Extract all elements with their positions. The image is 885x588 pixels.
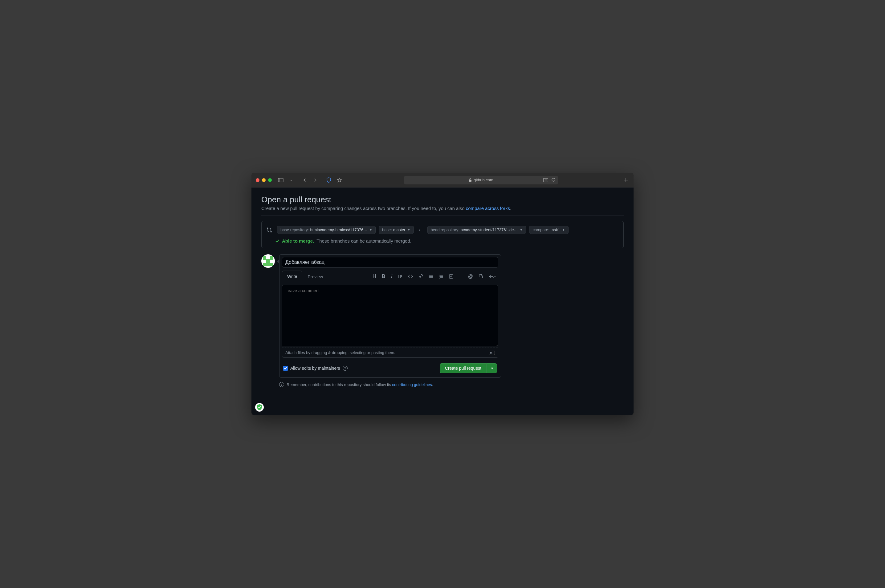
numbered-list-icon[interactable]: 123 — [439, 274, 443, 279]
selector-label: base: — [382, 228, 392, 232]
selector-label: compare: — [533, 228, 549, 232]
svg-rect-2 — [469, 180, 471, 182]
branch-selector-box: base repository: htmlacademy-htmlcss/117… — [261, 221, 624, 248]
toolbar-spacer — [459, 274, 462, 279]
selector-value: task1 — [551, 228, 560, 232]
caret-down-icon: ▼ — [520, 228, 523, 231]
lock-icon — [469, 178, 472, 182]
shield-check-icon — [257, 404, 262, 410]
page-subtitle: Create a new pull request by comparing c… — [261, 206, 624, 211]
selector-value: htmlacademy-htmlcss/117376… — [310, 228, 367, 232]
tasklist-icon[interactable] — [449, 274, 453, 279]
contributing-reminder: i Remember, contributions to this reposi… — [279, 382, 624, 387]
comment-textarea[interactable] — [282, 285, 498, 346]
cross-reference-icon[interactable] — [479, 274, 483, 279]
check-icon — [275, 239, 280, 243]
page-title: Open a pull request — [261, 195, 624, 204]
create-pr-button[interactable]: Create pull request — [440, 363, 486, 373]
head-repo-selector[interactable]: head repository: academy-student/1173761… — [427, 226, 526, 234]
svg-rect-0 — [278, 178, 283, 182]
italic-icon[interactable]: I — [391, 274, 392, 279]
selector-label: base repository: — [280, 228, 309, 232]
git-compare-icon — [266, 227, 272, 233]
merge-status-message: These branches can be automatically merg… — [316, 238, 411, 243]
titlebar: ⌄ github.com — [251, 173, 634, 188]
info-icon: i — [279, 382, 284, 387]
attach-hint: Attach files by dragging & dropping, sel… — [285, 350, 395, 355]
caret-down-icon: ▼ — [407, 228, 411, 231]
traffic-lights — [256, 178, 272, 182]
window-zoom-button[interactable] — [268, 178, 272, 182]
browser-window: ⌄ github.com — [251, 173, 634, 415]
new-tab-icon[interactable] — [622, 177, 629, 183]
link-icon[interactable] — [418, 274, 423, 279]
attach-bar[interactable]: Attach files by dragging & dropping, sel… — [282, 348, 498, 358]
tabbar: Write Preview H B I 123 @ — [280, 271, 501, 282]
base-branch-selector[interactable]: base: master ▼ — [379, 226, 414, 234]
svg-rect-15 — [430, 275, 433, 276]
code-icon[interactable] — [408, 274, 413, 279]
allow-edits-row[interactable]: Allow edits by maintainers ? — [283, 366, 348, 370]
svg-point-12 — [429, 274, 430, 276]
base-repo-selector[interactable]: base repository: htmlacademy-htmlcss/117… — [277, 226, 376, 234]
markdown-badge-icon[interactable]: M↓ — [489, 351, 495, 355]
security-badge[interactable] — [255, 403, 264, 412]
url-text: github.com — [474, 178, 493, 182]
tab-write[interactable]: Write — [282, 271, 302, 282]
svg-point-14 — [429, 277, 430, 278]
mention-icon[interactable]: @ — [468, 274, 473, 279]
compose-box: Write Preview H B I 123 @ — [279, 254, 501, 378]
svg-rect-23 — [440, 278, 443, 278]
bold-icon[interactable]: B — [382, 274, 385, 279]
selector-value: master — [393, 228, 405, 232]
selector-label: head repository: — [431, 228, 459, 232]
star-icon[interactable] — [336, 177, 343, 183]
reply-icon[interactable]: ▾ — [489, 274, 496, 279]
create-pr-dropdown[interactable]: ▼ — [486, 363, 497, 373]
svg-text:3: 3 — [439, 278, 440, 279]
svg-rect-16 — [430, 276, 433, 277]
arrow-left-icon: ← — [417, 227, 424, 233]
quote-icon[interactable] — [398, 274, 402, 279]
avatar[interactable] — [261, 254, 275, 268]
chevron-down-icon[interactable]: ⌄ — [288, 177, 295, 183]
md-toolbar: H B I 123 @ ▾ — [373, 274, 498, 279]
contributing-guidelines-link[interactable]: contributing guidelines — [392, 382, 432, 387]
sidebar-toggle-icon[interactable] — [277, 177, 284, 183]
reload-icon[interactable] — [551, 178, 555, 182]
nav-back-button[interactable] — [301, 177, 308, 183]
window-minimize-button[interactable] — [262, 178, 266, 182]
branch-row: base repository: htmlacademy-htmlcss/117… — [266, 226, 619, 234]
bullet-list-icon[interactable] — [429, 274, 433, 279]
shield-icon[interactable] — [325, 177, 332, 183]
allow-edits-label: Allow edits by maintainers — [290, 366, 340, 370]
avatar-image — [263, 256, 273, 266]
svg-rect-21 — [440, 275, 443, 276]
compare-forks-link[interactable]: compare across forks — [466, 206, 510, 211]
svg-rect-17 — [430, 278, 433, 278]
reader-icon[interactable] — [543, 178, 548, 183]
address-bar[interactable]: github.com — [404, 176, 558, 184]
tab-preview[interactable]: Preview — [302, 271, 328, 282]
subtitle-tail: . — [510, 206, 511, 211]
compose-row: Write Preview H B I 123 @ — [261, 254, 624, 378]
merge-status: Able to merge. These branches can be aut… — [275, 238, 619, 243]
heading-icon[interactable]: H — [373, 274, 376, 279]
caret-down-icon: ▼ — [562, 228, 565, 231]
divider — [261, 215, 624, 216]
allow-edits-checkbox[interactable] — [283, 366, 288, 370]
merge-status-label: Able to merge. — [282, 238, 314, 243]
help-icon[interactable]: ? — [343, 366, 348, 370]
create-pr-button-group: Create pull request ▼ — [440, 363, 497, 373]
compare-branch-selector[interactable]: compare: task1 ▼ — [529, 226, 568, 234]
pr-title-input[interactable] — [282, 257, 498, 267]
subtitle-text: Create a new pull request by comparing c… — [261, 206, 466, 211]
reminder-text: Remember, contributions to this reposito… — [287, 382, 392, 387]
window-close-button[interactable] — [256, 178, 259, 182]
svg-rect-22 — [440, 276, 443, 277]
compose-footer: Allow edits by maintainers ? Create pull… — [280, 360, 501, 377]
nav-forward-button[interactable] — [312, 177, 319, 183]
page-content: Open a pull request Create a new pull re… — [251, 188, 634, 415]
svg-point-13 — [429, 276, 430, 277]
selector-value: academy-student/1173761-de… — [461, 228, 518, 232]
